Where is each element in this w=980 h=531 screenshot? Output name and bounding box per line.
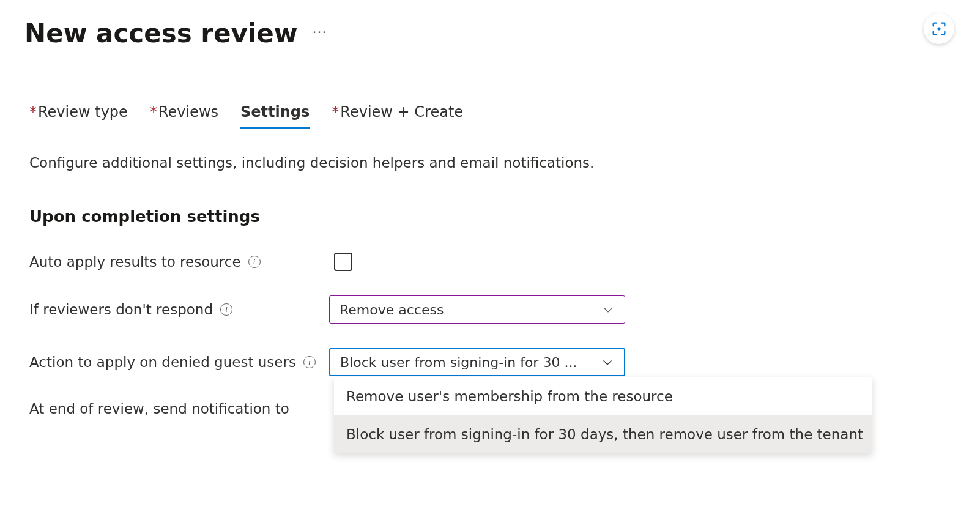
title-row: New access review ··· <box>24 18 956 48</box>
row-auto-apply: Auto apply results to resource i <box>29 253 956 271</box>
tab-review-type[interactable]: *Review type <box>29 103 128 129</box>
required-indicator: * <box>29 103 37 121</box>
settings-description: Configure additional settings, including… <box>29 155 956 171</box>
more-actions-button[interactable]: ··· <box>313 24 327 42</box>
tab-review-create[interactable]: *Review + Create <box>332 103 463 129</box>
row-no-respond: If reviewers don't respond i Remove acce… <box>29 295 956 324</box>
required-indicator: * <box>332 103 339 121</box>
form-area: Auto apply results to resource i If revi… <box>29 253 956 417</box>
tab-label: Reviews <box>158 103 218 121</box>
dropdown-option-block-signin[interactable]: Block user from signing-in for 30 days, … <box>334 415 872 453</box>
tab-label: Review + Create <box>340 103 463 121</box>
info-icon[interactable]: i <box>220 303 232 316</box>
tab-settings[interactable]: Settings <box>240 103 310 129</box>
dropdown-denied-guest: Remove user's membership from the resour… <box>334 377 872 453</box>
section-heading-upon-completion: Upon completion settings <box>29 207 956 226</box>
chevron-down-icon <box>601 303 615 316</box>
tab-label: Review type <box>38 103 128 121</box>
label-auto-apply: Auto apply results to resource i <box>29 254 329 270</box>
info-icon[interactable]: i <box>248 256 261 268</box>
tabs: *Review type *Reviews Settings *Review +… <box>29 103 956 129</box>
select-denied-guest[interactable]: Block user from signing-in for 30 ... <box>329 348 625 376</box>
dropdown-option-remove-membership[interactable]: Remove user's membership from the resour… <box>334 377 872 415</box>
checkbox-auto-apply[interactable] <box>334 253 352 271</box>
label-denied-guest: Action to apply on denied guest users i <box>29 354 329 370</box>
label-no-respond: If reviewers don't respond i <box>29 302 329 317</box>
label-notify: At end of review, send notification to <box>29 401 329 417</box>
svg-point-0 <box>937 27 940 30</box>
select-no-respond[interactable]: Remove access <box>329 295 625 324</box>
label-text: Auto apply results to resource <box>29 254 241 270</box>
required-indicator: * <box>150 103 157 121</box>
label-text: Action to apply on denied guest users <box>29 354 296 370</box>
label-text: If reviewers don't respond <box>29 302 213 317</box>
label-text: At end of review, send notification to <box>29 401 289 417</box>
chevron-down-icon <box>601 355 614 369</box>
page-title: New access review <box>24 18 298 48</box>
tab-reviews[interactable]: *Reviews <box>150 103 218 129</box>
select-value: Remove access <box>340 302 444 317</box>
info-icon[interactable]: i <box>303 356 316 368</box>
row-denied-guest: Action to apply on denied guest users i … <box>29 348 956 376</box>
screen-capture-button[interactable] <box>924 13 954 44</box>
tab-label: Settings <box>240 103 310 121</box>
select-value: Block user from signing-in for 30 ... <box>340 355 577 370</box>
